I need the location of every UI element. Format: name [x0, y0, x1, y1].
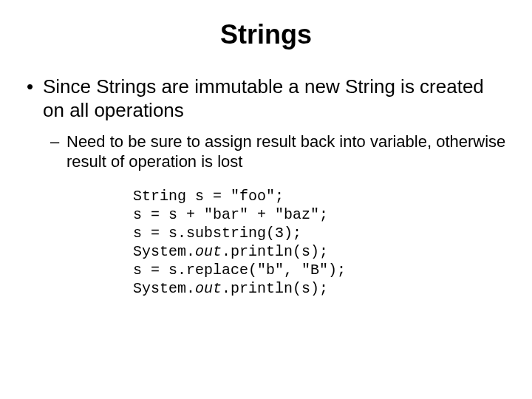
- code-line-4c: .println(s);: [222, 243, 328, 260]
- code-line-3a: s = s.: [133, 225, 186, 242]
- bullet-level-1: • Since Strings are immutable a new Stri…: [27, 75, 510, 122]
- code-line-6a: System.: [133, 280, 195, 297]
- code-line-5: s = s.replace("b", "B");: [133, 262, 346, 279]
- slide-title: Strings: [22, 19, 510, 50]
- code-line-6c: .println(s);: [222, 280, 328, 297]
- code-block: String s = "foo"; s = s + "bar" + "baz";…: [133, 187, 510, 298]
- code-line-4a: System.: [133, 243, 195, 260]
- bullet-dot-icon: •: [27, 75, 43, 122]
- code-line-1: String s = "foo";: [133, 188, 284, 205]
- bullet-2-text: Need to be sure to assign result back in…: [66, 132, 510, 172]
- bullet-level-2: – Need to be sure to assign result back …: [50, 132, 510, 172]
- code-line-3c: (3);: [266, 225, 301, 242]
- slide: Strings • Since Strings are immutable a …: [0, 0, 532, 399]
- code-line-4b: out: [195, 243, 222, 260]
- bullet-1-text: Since Strings are immutable a new String…: [43, 75, 510, 122]
- code-line-6b: out: [195, 280, 222, 297]
- bullet-dash-icon: –: [50, 132, 66, 172]
- code-line-3b: substring: [186, 225, 266, 242]
- code-line-2: s = s + "bar" + "baz";: [133, 206, 328, 223]
